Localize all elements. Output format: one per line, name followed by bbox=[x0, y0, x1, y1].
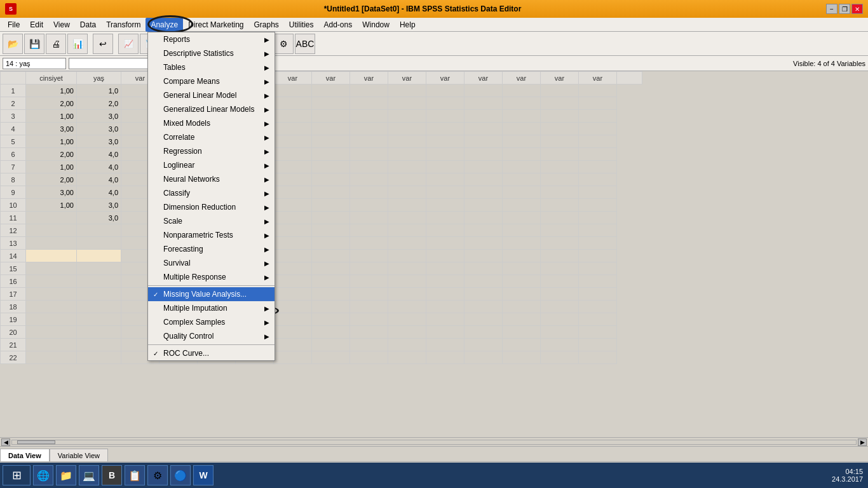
cell-empty[interactable] bbox=[388, 85, 426, 97]
col-header-var8[interactable]: var bbox=[388, 72, 426, 85]
cell[interactable]: 2,00 bbox=[26, 173, 77, 186]
undo-button[interactable]: ↩ bbox=[93, 34, 113, 54]
cell-empty[interactable] bbox=[579, 237, 617, 250]
cell-empty[interactable] bbox=[426, 351, 465, 364]
cell-empty[interactable] bbox=[274, 250, 312, 262]
cell-empty[interactable] bbox=[579, 212, 617, 224]
table-row[interactable]: 82,004,0 bbox=[1, 173, 642, 186]
cell-empty[interactable] bbox=[541, 275, 579, 288]
cell-empty[interactable] bbox=[503, 237, 541, 250]
menu-item-descriptive-statistics[interactable]: Descriptive Statistics▶ bbox=[148, 46, 275, 60]
cell-empty[interactable] bbox=[350, 326, 388, 339]
cell-empty[interactable] bbox=[541, 173, 579, 186]
taskbar-chrome[interactable]: 🌐 bbox=[33, 465, 53, 485]
cell-empty[interactable] bbox=[350, 237, 388, 250]
cell-empty[interactable] bbox=[312, 313, 350, 326]
cell-empty[interactable] bbox=[388, 173, 426, 186]
cell-empty[interactable] bbox=[274, 237, 312, 250]
cell-empty[interactable] bbox=[541, 351, 579, 364]
cell-empty[interactable] bbox=[579, 301, 617, 313]
cell-empty[interactable] bbox=[465, 212, 503, 224]
col-header-var14[interactable] bbox=[617, 72, 642, 85]
cell[interactable]: 4,0 bbox=[77, 186, 121, 199]
cell-empty[interactable] bbox=[503, 173, 541, 186]
menu-file[interactable]: File bbox=[3, 18, 25, 32]
cell-empty[interactable] bbox=[579, 173, 617, 186]
col-header-var6[interactable]: var bbox=[312, 72, 350, 85]
cell-empty[interactable] bbox=[274, 186, 312, 199]
table-row[interactable]: 21 bbox=[1, 339, 642, 351]
cell-empty[interactable] bbox=[503, 110, 541, 123]
cell-empty[interactable] bbox=[579, 262, 617, 275]
cell-empty[interactable] bbox=[388, 250, 426, 262]
cell-empty[interactable] bbox=[465, 262, 503, 275]
cell-empty[interactable] bbox=[579, 275, 617, 288]
cell-empty[interactable] bbox=[465, 85, 503, 97]
cell-empty[interactable] bbox=[274, 123, 312, 135]
menu-add-ons[interactable]: Add-ons bbox=[319, 18, 358, 32]
cell[interactable]: 3,0 bbox=[77, 110, 121, 123]
cell-empty[interactable] bbox=[350, 313, 388, 326]
cell-empty[interactable] bbox=[465, 199, 503, 212]
menu-item-loglinear[interactable]: Loglinear▶ bbox=[148, 158, 275, 172]
cell-empty[interactable] bbox=[274, 148, 312, 161]
cell-empty[interactable] bbox=[388, 186, 426, 199]
cell-empty[interactable] bbox=[503, 135, 541, 148]
cell-empty[interactable] bbox=[579, 339, 617, 351]
cell-empty[interactable] bbox=[465, 288, 503, 301]
cell-empty[interactable] bbox=[579, 186, 617, 199]
cell-empty[interactable] bbox=[312, 301, 350, 313]
cell[interactable] bbox=[26, 339, 77, 351]
cell-empty[interactable] bbox=[465, 313, 503, 326]
cell[interactable]: 2,0 bbox=[77, 97, 121, 110]
cell[interactable] bbox=[26, 288, 77, 301]
cell-empty[interactable] bbox=[541, 85, 579, 97]
cell-empty[interactable] bbox=[426, 85, 465, 97]
menu-view[interactable]: View bbox=[48, 18, 75, 32]
cell-empty[interactable] bbox=[350, 275, 388, 288]
cell[interactable]: 3,00 bbox=[26, 186, 77, 199]
cell-empty[interactable] bbox=[426, 199, 465, 212]
col-header-cinsiyet[interactable]: cinsiyet bbox=[26, 72, 77, 85]
taskbar-files[interactable]: 📁 bbox=[56, 465, 76, 485]
menu-item-neural-networks[interactable]: Neural Networks▶ bbox=[148, 172, 275, 186]
cell-empty[interactable] bbox=[503, 123, 541, 135]
cell-empty[interactable] bbox=[350, 110, 388, 123]
cell-empty[interactable] bbox=[274, 97, 312, 110]
cell-empty[interactable] bbox=[503, 224, 541, 237]
cell-empty[interactable] bbox=[388, 326, 426, 339]
cell-empty[interactable] bbox=[426, 313, 465, 326]
cell-empty[interactable] bbox=[465, 339, 503, 351]
cell-empty[interactable] bbox=[541, 135, 579, 148]
cell-empty[interactable] bbox=[465, 186, 503, 199]
cell-empty[interactable] bbox=[312, 351, 350, 364]
table-row[interactable]: 43,003,0 bbox=[1, 123, 642, 135]
cell-empty[interactable] bbox=[579, 351, 617, 364]
cell-empty[interactable] bbox=[388, 288, 426, 301]
cell-empty[interactable] bbox=[350, 301, 388, 313]
col-header-var7[interactable]: var bbox=[350, 72, 388, 85]
cell-empty[interactable] bbox=[579, 199, 617, 212]
cell-empty[interactable] bbox=[465, 224, 503, 237]
cell-empty[interactable] bbox=[465, 135, 503, 148]
cell-empty[interactable] bbox=[312, 186, 350, 199]
cell-empty[interactable] bbox=[388, 237, 426, 250]
menu-item-complex-samples[interactable]: Complex Samples▶ bbox=[148, 315, 275, 329]
taskbar-settings[interactable]: ⚙ bbox=[147, 465, 168, 485]
cell-empty[interactable] bbox=[579, 224, 617, 237]
cell[interactable] bbox=[77, 339, 121, 351]
cell-empty[interactable] bbox=[465, 301, 503, 313]
cell[interactable] bbox=[26, 250, 77, 262]
menu-window[interactable]: Window bbox=[357, 18, 395, 32]
tab-data-view[interactable]: Data View bbox=[0, 449, 50, 461]
cell-empty[interactable] bbox=[274, 135, 312, 148]
cell-empty[interactable] bbox=[350, 173, 388, 186]
cell-empty[interactable] bbox=[312, 212, 350, 224]
extra3-button[interactable]: ABC bbox=[295, 34, 315, 54]
cell-empty[interactable] bbox=[312, 275, 350, 288]
cell-empty[interactable] bbox=[579, 135, 617, 148]
cell-empty[interactable] bbox=[579, 161, 617, 173]
cell[interactable] bbox=[26, 313, 77, 326]
cell-empty[interactable] bbox=[274, 301, 312, 313]
cell-empty[interactable] bbox=[426, 262, 465, 275]
